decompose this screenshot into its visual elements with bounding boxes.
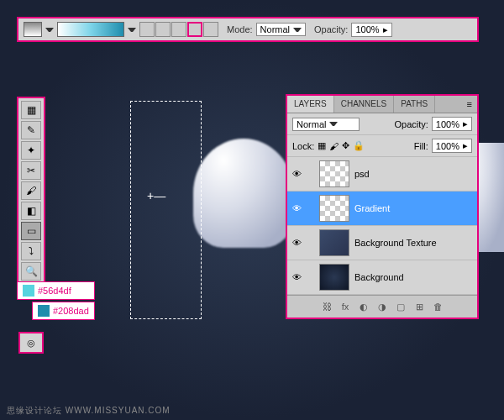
- zoom-tool[interactable]: 🔍: [21, 262, 41, 281]
- lock-transparency-icon[interactable]: ▦: [318, 140, 326, 151]
- fill-label: Fill:: [414, 141, 428, 151]
- layer-thumbnail[interactable]: [319, 195, 349, 222]
- layer-name[interactable]: psd: [354, 169, 370, 179]
- crosshair-icon: +—: [147, 189, 165, 202]
- gradient-tool[interactable]: ▭: [21, 222, 41, 240]
- magic-wand-tool[interactable]: ✦: [21, 141, 41, 160]
- canvas-3d-object: [193, 139, 294, 248]
- opacity-label: Opacity:: [314, 24, 348, 34]
- panel-menu-icon[interactable]: ≡: [462, 96, 477, 113]
- layer-thumbnail[interactable]: [319, 264, 349, 291]
- lock-position-icon[interactable]: ✥: [342, 140, 349, 151]
- reflected-gradient-button[interactable]: [187, 22, 202, 37]
- lock-label: Lock:: [292, 141, 314, 151]
- color-annotations: #56d4df #208dad: [17, 281, 95, 322]
- layers-panel: LAYERS CHANNELS PATHS ≡ Normal Opacity: …: [286, 94, 479, 319]
- lock-pixels-icon[interactable]: 🖌: [329, 141, 339, 151]
- layers-footer: ⛓ fx ◐ ◑ ▢ ⊞ 🗑: [287, 295, 477, 318]
- layer-mask-icon[interactable]: ◐: [358, 301, 370, 312]
- chevron-down-icon[interactable]: [128, 28, 136, 32]
- color-tag-1: #56d4df: [17, 281, 95, 300]
- visibility-icon[interactable]: 👁: [291, 169, 302, 179]
- marquee-tool[interactable]: ▦: [21, 101, 41, 119]
- layer-thumbnail[interactable]: [319, 160, 349, 187]
- marquee-selection: [130, 101, 202, 319]
- chevron-down-icon[interactable]: [45, 28, 54, 32]
- tab-paths[interactable]: PATHS: [394, 96, 435, 113]
- color-tag-2: #208dad: [32, 302, 95, 320]
- options-bar: Mode: Normal Opacity: 100%▸: [17, 17, 479, 42]
- layer-name[interactable]: Gradient: [354, 203, 390, 213]
- mode-select[interactable]: Normal: [256, 23, 306, 36]
- chevron-down-icon: [293, 28, 302, 32]
- fill-input[interactable]: 100%▸: [432, 139, 472, 153]
- layer-row[interactable]: 👁Gradient: [287, 192, 477, 226]
- layer-list: 👁psd👁Gradient👁Background Texture👁Backgro…: [287, 157, 477, 295]
- lock-all-icon[interactable]: 🔒: [353, 140, 365, 151]
- visibility-icon[interactable]: 👁: [291, 272, 302, 282]
- panel-tabs: LAYERS CHANNELS PATHS ≡: [287, 96, 477, 113]
- gradient-preview[interactable]: [57, 22, 124, 37]
- radial-gradient-button[interactable]: [155, 22, 171, 37]
- tab-channels[interactable]: CHANNELS: [334, 96, 394, 113]
- new-layer-icon[interactable]: ⊞: [413, 301, 425, 312]
- eraser-tool[interactable]: ◧: [21, 202, 41, 220]
- mode-label: Mode:: [227, 24, 253, 34]
- quickmask-button[interactable]: ◎: [18, 332, 44, 354]
- tab-layers[interactable]: LAYERS: [287, 96, 334, 113]
- layer-name[interactable]: Background: [354, 272, 404, 282]
- adjustment-layer-icon[interactable]: ◑: [376, 301, 388, 312]
- watermark-text: 思缘设计论坛 WWW.MISSYUAN.COM: [7, 405, 171, 417]
- layer-row[interactable]: 👁psd: [287, 157, 477, 192]
- brush-tool[interactable]: 🖌: [21, 181, 41, 200]
- toolbox: ▦ ✎ ✦ ✂ 🖌 ◧ ▭ ⤵ 🔍: [17, 97, 45, 285]
- gradient-type-group: [139, 22, 218, 37]
- swatch-icon: [23, 285, 34, 297]
- layer-name[interactable]: Background Texture: [354, 238, 437, 248]
- visibility-icon[interactable]: 👁: [291, 238, 302, 248]
- delete-layer-icon[interactable]: 🗑: [432, 301, 444, 312]
- blend-mode-select[interactable]: Normal: [292, 118, 360, 131]
- layer-fx-icon[interactable]: fx: [339, 301, 351, 312]
- linear-gradient-button[interactable]: [139, 22, 155, 37]
- foreground-color-swatch[interactable]: [24, 22, 42, 37]
- layer-opacity-input[interactable]: 100%▸: [432, 117, 472, 131]
- lasso-tool[interactable]: ✎: [21, 121, 41, 139]
- eyedropper-tool[interactable]: ⤵: [21, 242, 41, 260]
- crop-tool[interactable]: ✂: [21, 161, 41, 180]
- layer-row[interactable]: 👁Background: [287, 260, 477, 295]
- layer-row[interactable]: 👁Background Texture: [287, 226, 477, 260]
- diamond-gradient-button[interactable]: [203, 22, 218, 37]
- opacity-input[interactable]: 100%▸: [351, 23, 391, 37]
- opacity-label: Opacity:: [395, 119, 428, 129]
- link-layers-icon[interactable]: ⛓: [321, 301, 333, 312]
- angle-gradient-button[interactable]: [171, 22, 186, 37]
- visibility-icon[interactable]: 👁: [291, 203, 302, 213]
- swatch-icon: [38, 305, 50, 317]
- layer-group-icon[interactable]: ▢: [395, 301, 407, 312]
- layer-thumbnail[interactable]: [319, 229, 349, 256]
